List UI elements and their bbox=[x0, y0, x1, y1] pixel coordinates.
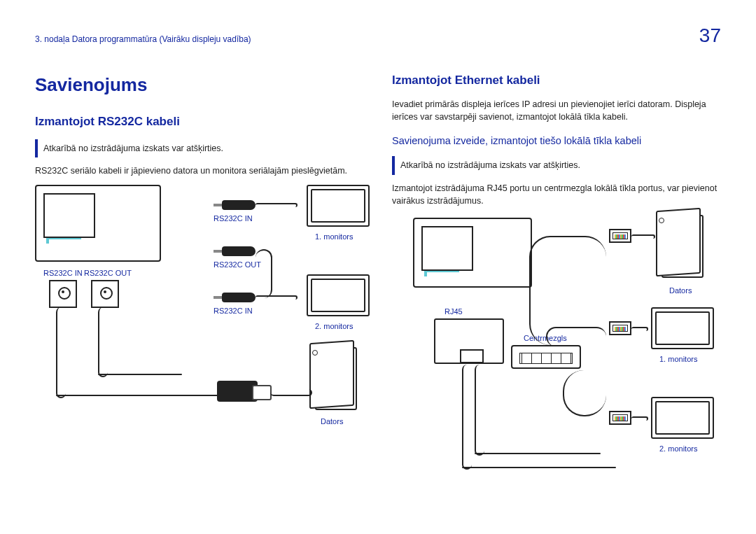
page-title: Savienojums bbox=[35, 71, 364, 99]
monitor-front-icon bbox=[307, 274, 370, 316]
jack-plug-icon bbox=[214, 200, 255, 210]
cable-icon bbox=[56, 307, 66, 398]
hub-icon bbox=[511, 345, 581, 369]
section-rs232c-heading: Izmantojot RS232C kabeli bbox=[35, 113, 364, 131]
vga-connector-icon bbox=[217, 381, 258, 402]
label-rs232c-in: RS232C IN bbox=[43, 267, 83, 279]
cable-icon bbox=[56, 395, 220, 396]
jack-plug-icon bbox=[214, 246, 255, 256]
ethernet-body-2: Izmantojot izstrādājuma RJ45 portu un ce… bbox=[392, 182, 721, 209]
label-monitor-2: 2. monitors bbox=[315, 321, 353, 332]
label-rs232c-in-3: RS232C IN bbox=[214, 305, 253, 317]
computer-tower-icon bbox=[662, 215, 704, 278]
note-rs232c: Atkarībā no izstrādājuma izskats var atš… bbox=[35, 139, 364, 158]
monitor-front-icon bbox=[651, 307, 714, 349]
cable-icon bbox=[255, 295, 298, 300]
jack-plug-icon bbox=[214, 293, 255, 302]
label-rs232c-out-2: RS232C OUT bbox=[214, 259, 261, 271]
monitor-rear-icon bbox=[35, 185, 161, 262]
top-bar: 3. nodaļa Datora programmatūra (Vairāku … bbox=[35, 21, 721, 50]
page-number: 37 bbox=[699, 21, 721, 50]
cable-icon bbox=[546, 327, 606, 346]
cable-icon bbox=[631, 416, 648, 421]
rs232c-body: RS232C seriālo kabeli ir jāpievieno dato… bbox=[35, 164, 364, 178]
cable-icon bbox=[475, 365, 484, 456]
right-column: Izmantojot Ethernet kabeli Ievadiet prim… bbox=[392, 71, 721, 509]
rj45-plug-icon bbox=[609, 229, 631, 243]
ethernet-body-1: Ievadiet primārās displeja ierīces IP ad… bbox=[392, 98, 721, 125]
monitor-rear-icon bbox=[413, 218, 532, 288]
label-dators-2: Dators bbox=[669, 285, 692, 297]
cable-icon bbox=[631, 234, 655, 239]
label-rs232c-in-2: RS232C IN bbox=[214, 213, 253, 225]
section-ethernet-heading: Izmantojot Ethernet kabeli bbox=[392, 71, 721, 90]
left-column: Savienojums Izmantojot RS232C kabeli Atk… bbox=[35, 71, 364, 509]
monitor-front-icon bbox=[307, 185, 370, 227]
rj45-plug-icon bbox=[609, 411, 631, 425]
cable-icon bbox=[98, 374, 182, 375]
ethernet-diagram: RJ45 Centrmezgls Dators 1. monitors 2. m… bbox=[392, 215, 721, 509]
subsection-direct-lan: Savienojuma izveide, izmantojot tiešo lo… bbox=[392, 134, 721, 149]
note-ethernet: Atkarībā no izstrādājuma izskats var atš… bbox=[392, 156, 721, 175]
cable-icon bbox=[563, 370, 606, 416]
breadcrumb: 3. nodaļa Datora programmatūra (Vairāku … bbox=[35, 33, 251, 45]
label-rs232c-out: RS232C OUT bbox=[84, 267, 132, 279]
label-monitor-1-b: 1. monitors bbox=[659, 353, 697, 365]
label-rj45: RJ45 bbox=[444, 306, 463, 318]
cable-icon bbox=[462, 467, 616, 468]
cable-icon bbox=[270, 389, 312, 396]
monitor-rj45-icon bbox=[434, 318, 504, 364]
computer-tower-icon bbox=[315, 347, 357, 410]
monitor-front-icon bbox=[651, 397, 714, 439]
cable-icon bbox=[255, 249, 272, 298]
rj45-plug-icon bbox=[609, 321, 631, 335]
cable-icon bbox=[98, 307, 108, 377]
rs232c-diagram: RS232C IN RS232C OUT RS232C IN RS232C OU… bbox=[35, 185, 364, 437]
jack-in-icon bbox=[49, 280, 77, 308]
label-monitor-2-b: 2. monitors bbox=[659, 443, 697, 455]
jack-out-icon bbox=[91, 280, 119, 308]
cable-icon bbox=[475, 453, 601, 454]
label-dators: Dators bbox=[321, 416, 343, 428]
cable-icon bbox=[631, 327, 648, 331]
cable-icon bbox=[462, 365, 472, 470]
label-monitor-1: 1. monitors bbox=[315, 231, 353, 243]
cable-icon bbox=[255, 203, 298, 207]
content-columns: Savienojums Izmantojot RS232C kabeli Atk… bbox=[35, 71, 721, 509]
